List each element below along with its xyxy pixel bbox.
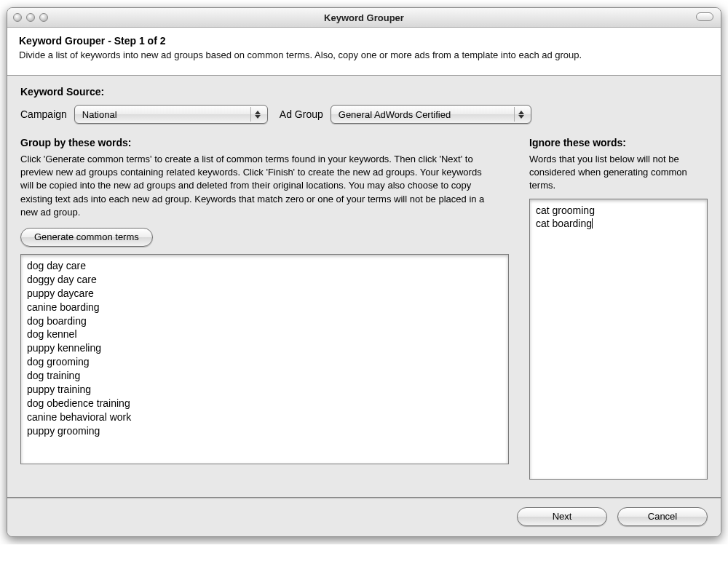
keyword-source-label: Keyword Source: — [20, 86, 708, 98]
window-title: Keyword Grouper — [7, 12, 721, 23]
wizard-body: Keyword Source: Campaign National Ad Gro… — [7, 76, 721, 487]
ignore-terms-input[interactable]: cat grooming cat boarding — [529, 199, 708, 480]
ignore-title: Ignore these words: — [529, 137, 708, 148]
titlebar: Keyword Grouper — [7, 8, 721, 28]
step-description: Divide a list of keywords into new ad gr… — [19, 49, 709, 60]
toolbar-toggle-icon[interactable] — [696, 12, 713, 21]
adgroup-select[interactable]: General AdWords Certified — [331, 105, 531, 124]
minimize-icon[interactable] — [26, 13, 35, 22]
group-by-column: Group by these words: Click 'Generate co… — [20, 137, 509, 480]
campaign-label: Campaign — [20, 108, 67, 120]
campaign-select[interactable]: National — [74, 105, 268, 124]
campaign-select-value: National — [82, 109, 117, 120]
ignore-column: Ignore these words: Words that you list … — [529, 137, 708, 480]
step-title: Keyword Grouper - Step 1 of 2 — [19, 35, 709, 47]
zoom-icon[interactable] — [39, 13, 48, 22]
cancel-button[interactable]: Cancel — [617, 507, 708, 526]
stepper-arrows-icon — [250, 107, 264, 122]
next-button[interactable]: Next — [517, 507, 607, 526]
ignore-description: Words that you list below will not be co… — [529, 153, 708, 193]
keyword-grouper-window: Keyword Grouper Keyword Grouper - Step 1… — [7, 7, 721, 537]
group-by-terms-input[interactable]: dog day care doggy day care puppy daycar… — [20, 254, 509, 464]
wizard-footer: Next Cancel — [7, 499, 721, 536]
ignore-terms-text: cat grooming cat boarding — [536, 204, 595, 230]
stepper-arrows-icon — [514, 107, 528, 122]
group-by-description: Click 'Generate common terms' to create … — [20, 153, 494, 219]
generate-common-terms-button[interactable]: Generate common terms — [20, 228, 153, 247]
columns: Group by these words: Click 'Generate co… — [20, 137, 708, 480]
group-by-title: Group by these words: — [20, 137, 509, 148]
window-controls — [13, 13, 48, 22]
wizard-header: Keyword Grouper - Step 1 of 2 Divide a l… — [7, 28, 721, 76]
keyword-source-row: Campaign National Ad Group General AdWor… — [20, 105, 708, 124]
close-icon[interactable] — [13, 13, 22, 22]
adgroup-label: Ad Group — [280, 108, 323, 120]
adgroup-select-value: General AdWords Certified — [339, 109, 451, 120]
text-caret-icon — [592, 218, 593, 229]
